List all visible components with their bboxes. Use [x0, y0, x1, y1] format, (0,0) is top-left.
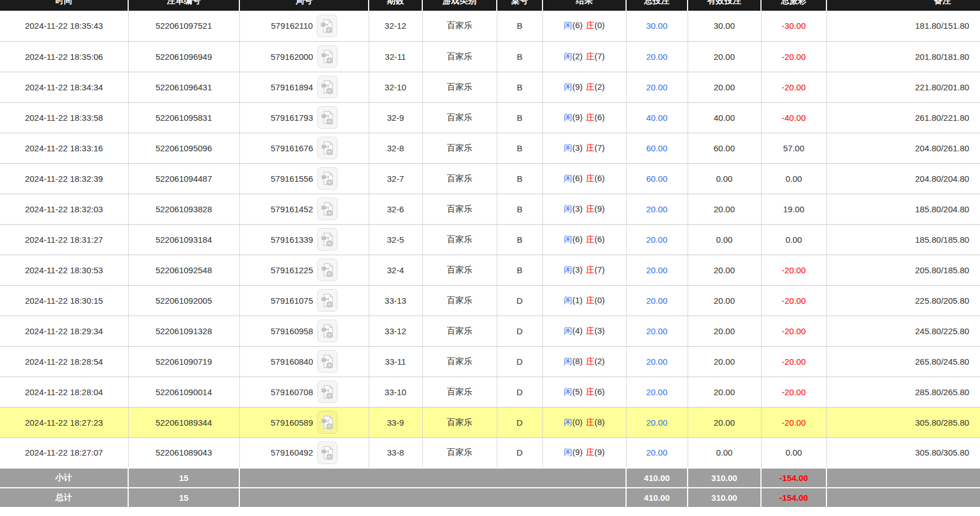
cell-round-no: 579161452 — [270, 204, 313, 214]
result-banker-value: (6) — [594, 387, 605, 396]
cell-valid-bet: 20.00 — [714, 357, 735, 366]
cell-table-no: B — [517, 265, 522, 275]
cell-game-type: 百家乐 — [447, 20, 473, 30]
cell-total-bet: 20.00 — [646, 387, 668, 397]
cell-round-no: 579161793 — [270, 113, 313, 123]
cell-round-no: 579161894 — [270, 82, 313, 92]
video-replay-button[interactable] — [317, 289, 338, 312]
cell-table-no: D — [517, 296, 523, 305]
subtotal-row: 小计 15 410.00 310.00 -154.00 — [0, 468, 980, 488]
video-replay-button[interactable] — [317, 381, 338, 403]
cell-bet-no: 522061096431 — [155, 82, 212, 92]
video-replay-button[interactable] — [317, 411, 338, 434]
cell-valid-bet: 20.00 — [714, 326, 735, 336]
result-player-label: 闲 — [564, 82, 572, 91]
table-row: 2024-11-22 18:32:03 522061093828 5791614… — [0, 194, 980, 224]
cell-payout: -20.00 — [782, 326, 806, 336]
result-banker-value: (8) — [594, 417, 605, 427]
video-replay-button[interactable] — [317, 15, 337, 37]
cell-balance: 225.80/205.80 — [915, 296, 969, 305]
cell-total-bet: 30.00 — [646, 21, 668, 30]
cell-time: 2024-11-22 18:32:03 — [25, 204, 103, 214]
cell-table-no: D — [517, 357, 523, 366]
cell-game-type: 百家乐 — [447, 295, 473, 305]
cell-bet-no: 522061093184 — [155, 235, 212, 244]
cell-time: 2024-11-22 18:28:04 — [25, 387, 103, 397]
cell-game-type: 百家乐 — [447, 51, 473, 61]
result-banker-value: (9) — [594, 447, 605, 457]
col-header-round-no: 局号 — [239, 0, 369, 11]
result-banker-label: 庄 — [586, 234, 594, 244]
cell-payout: -20.00 — [782, 418, 806, 427]
result-banker-value: (2) — [594, 82, 605, 91]
cell-balance: 205.80/185.80 — [915, 265, 969, 275]
video-replay-button[interactable] — [317, 106, 338, 129]
cell-time: 2024-11-22 18:30:53 — [25, 265, 103, 275]
bet-records-table: 时间 注单编号 局号 期数 游戏类别 桌号 结果 总投注 有效投注 总派彩 备注… — [0, 0, 980, 508]
cell-table-no: B — [517, 143, 522, 153]
cell-balance: 185.80/204.80 — [915, 204, 969, 214]
table-row: 2024-11-22 18:30:15 522061092005 5791610… — [0, 285, 980, 316]
table-row: 2024-11-22 18:33:16 522061095096 5791616… — [0, 133, 980, 163]
result-player-value: (3) — [572, 265, 583, 274]
cell-time: 2024-11-22 18:27:07 — [25, 448, 103, 457]
cell-balance: 185.80/185.80 — [915, 235, 969, 244]
video-replay-icon — [320, 108, 335, 126]
result-banker-value: (2) — [594, 356, 605, 366]
cell-payout: -20.00 — [782, 82, 806, 92]
cell-payout: 0.00 — [785, 235, 802, 244]
result-banker-label: 庄 — [586, 143, 594, 152]
video-replay-button[interactable] — [317, 259, 338, 281]
cell-bet-no: 522061090719 — [155, 357, 212, 366]
col-header-total-payout: 总派彩 — [761, 0, 826, 11]
cell-total-bet: 20.00 — [646, 418, 668, 427]
cell-total-bet: 20.00 — [646, 204, 668, 214]
result-player-label: 闲 — [564, 387, 572, 396]
cell-round-no: 579160589 — [270, 418, 313, 427]
video-replay-icon — [320, 169, 335, 187]
cell-period: 33-12 — [384, 326, 406, 336]
video-replay-button[interactable] — [317, 198, 338, 220]
cell-round-no: 579160958 — [270, 326, 313, 336]
cell-round-no: 579161075 — [270, 296, 313, 305]
result-player-label: 闲 — [564, 265, 572, 274]
cell-balance: 221.80/201.80 — [915, 82, 969, 92]
video-replay-button[interactable] — [317, 320, 338, 342]
result-player-label: 闲 — [564, 173, 572, 183]
video-replay-button[interactable] — [317, 441, 338, 464]
cell-total-bet: 20.00 — [646, 265, 668, 275]
cell-round-no: 579162000 — [270, 52, 313, 62]
video-replay-button[interactable] — [317, 350, 338, 373]
cell-time: 2024-11-22 18:29:34 — [25, 326, 103, 336]
video-replay-button[interactable] — [317, 167, 338, 190]
result-player-label: 闲 — [564, 112, 572, 122]
result-banker-label: 庄 — [586, 326, 594, 335]
cell-game-type: 百家乐 — [447, 82, 473, 91]
cell-bet-no: 522061093828 — [155, 204, 212, 214]
result-player-label: 闲 — [564, 356, 572, 366]
table-row: 2024-11-22 18:28:54 522061090719 5791608… — [0, 346, 980, 377]
video-replay-button[interactable] — [317, 137, 338, 159]
cell-table-no: D — [517, 448, 523, 457]
cell-period: 33-13 — [384, 296, 406, 305]
result-banker-value: (0) — [594, 295, 605, 305]
video-replay-button[interactable] — [317, 45, 338, 68]
col-header-bet-no: 注单编号 — [128, 0, 239, 11]
cell-valid-bet: 0.00 — [716, 235, 732, 244]
col-header-period: 期数 — [369, 0, 422, 11]
cell-time: 2024-11-22 18:30:15 — [25, 296, 103, 305]
cell-balance: 285.80/265.80 — [915, 387, 969, 397]
subtotal-remark — [826, 468, 980, 488]
video-replay-button[interactable] — [317, 228, 338, 251]
cell-bet-no: 522061095831 — [155, 113, 212, 123]
result-player-value: (6) — [572, 234, 583, 244]
cell-valid-bet: 20.00 — [714, 387, 735, 397]
result-player-value: (2) — [572, 51, 583, 61]
cell-time: 2024-11-22 18:34:34 — [25, 82, 103, 92]
result-player-label: 闲 — [564, 447, 572, 457]
result-player-label: 闲 — [564, 20, 572, 30]
result-banker-value: (9) — [594, 204, 605, 213]
table-row: 2024-11-22 18:27:07 522061089043 5791604… — [0, 438, 980, 468]
video-replay-button[interactable] — [317, 76, 338, 98]
cell-valid-bet: 20.00 — [714, 265, 735, 275]
